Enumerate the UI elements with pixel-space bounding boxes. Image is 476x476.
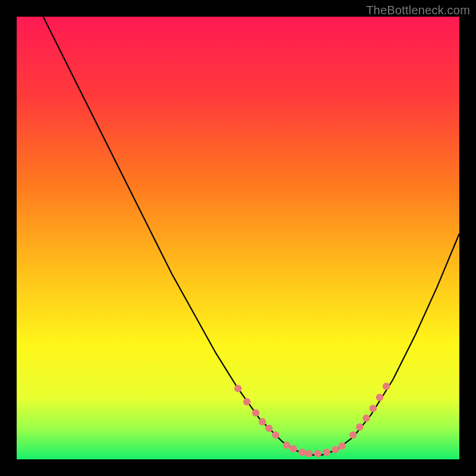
data-point (234, 385, 242, 392)
data-markers (234, 383, 390, 457)
chart-overlay (17, 17, 459, 459)
data-point (349, 431, 356, 439)
data-point (265, 425, 273, 432)
plot-area (17, 17, 459, 459)
data-point (305, 450, 312, 457)
data-point (252, 409, 259, 416)
data-point (363, 415, 370, 422)
bottleneck-curve (43, 17, 459, 455)
data-point (376, 394, 383, 401)
data-point (383, 383, 390, 390)
data-point (243, 398, 250, 405)
data-point (339, 442, 346, 449)
data-point (272, 431, 279, 439)
data-point (314, 450, 321, 457)
data-point (323, 449, 330, 456)
watermark-text: TheBottleneck.com (366, 4, 470, 17)
data-point (299, 449, 306, 456)
data-point (283, 441, 290, 449)
data-point (369, 405, 377, 412)
data-point (259, 418, 266, 425)
data-point (290, 445, 297, 452)
data-point (356, 423, 363, 430)
data-point (331, 446, 339, 453)
